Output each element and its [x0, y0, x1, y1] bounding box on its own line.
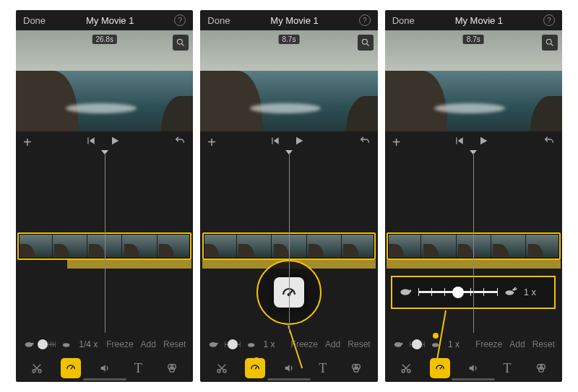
svg-marker-4: [112, 137, 118, 145]
add-keyframe-button[interactable]: Add: [325, 339, 340, 349]
text-tool[interactable]: T: [128, 358, 148, 378]
reset-button[interactable]: Reset: [163, 339, 186, 349]
help-icon[interactable]: ?: [359, 14, 371, 26]
add-media-button[interactable]: +: [23, 134, 32, 151]
done-button[interactable]: Done: [207, 15, 230, 26]
done-button[interactable]: Done: [392, 15, 415, 26]
video-preview[interactable]: 8.7s: [385, 30, 562, 131]
svg-marker-20: [273, 137, 278, 144]
project-title: My Movie 1: [270, 15, 318, 26]
svg-point-55: [538, 367, 543, 373]
undo-button[interactable]: [359, 135, 371, 149]
reset-button[interactable]: Reset: [348, 339, 370, 349]
playhead-line[interactable]: [105, 153, 105, 333]
callout-endpoint: [433, 333, 439, 339]
prev-frame-button[interactable]: [86, 136, 96, 149]
timeline[interactable]: [16, 153, 193, 333]
reset-button[interactable]: Reset: [532, 339, 555, 349]
speed-slider-track[interactable]: [418, 291, 498, 293]
home-indicator: [267, 378, 311, 380]
video-preview[interactable]: 26.8s: [16, 30, 193, 131]
zoom-icon[interactable]: [542, 35, 558, 51]
play-button[interactable]: [478, 135, 489, 149]
svg-point-24: [210, 342, 217, 347]
cut-tool[interactable]: [212, 358, 232, 378]
video-preview[interactable]: 8.7s: [200, 30, 377, 131]
undo-button[interactable]: [543, 135, 555, 149]
prev-frame-button[interactable]: [454, 136, 465, 149]
help-icon[interactable]: ?: [174, 14, 186, 26]
undo-button[interactable]: [174, 135, 186, 149]
add-keyframe-button[interactable]: Add: [509, 339, 525, 349]
svg-point-43: [505, 290, 514, 295]
done-button[interactable]: Done: [23, 15, 46, 26]
text-tool[interactable]: T: [313, 358, 333, 378]
svg-marker-3: [89, 137, 94, 144]
filters-tool[interactable]: [162, 358, 182, 378]
svg-point-5: [25, 342, 33, 347]
duration-badge: 8.7s: [463, 35, 484, 44]
audio-strip[interactable]: [67, 260, 191, 269]
speed-control-bar: 1/4 x Freeze Add Reset: [16, 333, 193, 356]
svg-point-44: [394, 342, 402, 347]
speed-slider[interactable]: [410, 344, 425, 345]
home-indicator: [452, 378, 495, 380]
svg-point-42: [409, 289, 411, 292]
speed-value: 1 x: [264, 339, 285, 349]
speed-slider[interactable]: [40, 344, 56, 345]
turtle-icon: [398, 286, 413, 298]
prev-frame-button[interactable]: [270, 136, 280, 149]
callout-endpoint: [254, 357, 259, 363]
svg-line-12: [71, 367, 73, 369]
freeze-button[interactable]: Freeze: [475, 339, 502, 349]
timeline[interactable]: 1 x: [385, 153, 562, 333]
speed-slider-knob[interactable]: [412, 339, 422, 349]
svg-point-46: [432, 343, 439, 347]
speed-slider-knob[interactable]: [452, 287, 464, 298]
speed-value: 1/4 x: [79, 339, 100, 349]
turtle-icon: [392, 339, 404, 350]
rabbit-icon: [504, 286, 518, 298]
cut-tool[interactable]: [396, 358, 416, 378]
svg-marker-39: [458, 137, 463, 144]
volume-tool[interactable]: [95, 358, 115, 378]
svg-point-0: [178, 39, 183, 44]
svg-line-1: [182, 44, 184, 46]
speed-slider-callout: 1 x: [398, 286, 536, 298]
svg-point-17: [362, 39, 367, 44]
speed-tool[interactable]: [61, 358, 81, 378]
speed-tool[interactable]: [430, 358, 450, 378]
volume-tool[interactable]: [279, 358, 299, 378]
speed-slider-knob[interactable]: [38, 339, 48, 349]
add-media-button[interactable]: +: [207, 134, 216, 151]
add-media-button[interactable]: +: [392, 134, 401, 151]
text-tool[interactable]: T: [497, 358, 517, 378]
rabbit-icon: [61, 339, 73, 350]
play-button[interactable]: [293, 135, 305, 149]
svg-point-26: [248, 343, 254, 347]
speed-slider-knob[interactable]: [228, 339, 238, 349]
cut-tool[interactable]: [27, 358, 47, 378]
freeze-button[interactable]: Freeze: [291, 339, 318, 349]
svg-line-31: [255, 367, 257, 369]
add-keyframe-button[interactable]: Add: [141, 339, 156, 349]
rabbit-icon: [431, 339, 442, 350]
playhead-line[interactable]: [473, 153, 474, 333]
playhead-line[interactable]: [289, 153, 290, 333]
zoom-icon[interactable]: [358, 35, 374, 51]
timeline[interactable]: [200, 153, 377, 333]
three-screenshot-layout: Done My Movie 1 ? 26.8s +: [0, 0, 578, 392]
filters-tool[interactable]: [531, 358, 551, 378]
svg-point-6: [32, 342, 34, 344]
help-icon[interactable]: ?: [543, 14, 555, 26]
turtle-icon: [207, 339, 219, 350]
zoom-icon[interactable]: [173, 35, 189, 51]
filters-tool[interactable]: [346, 358, 366, 378]
svg-line-37: [551, 44, 553, 46]
svg-point-25: [216, 342, 218, 344]
speed-slider[interactable]: [225, 344, 240, 345]
freeze-button[interactable]: Freeze: [106, 339, 133, 349]
volume-tool[interactable]: [463, 358, 483, 378]
play-button[interactable]: [109, 135, 121, 149]
speed-value-callout: 1 x: [524, 287, 536, 297]
